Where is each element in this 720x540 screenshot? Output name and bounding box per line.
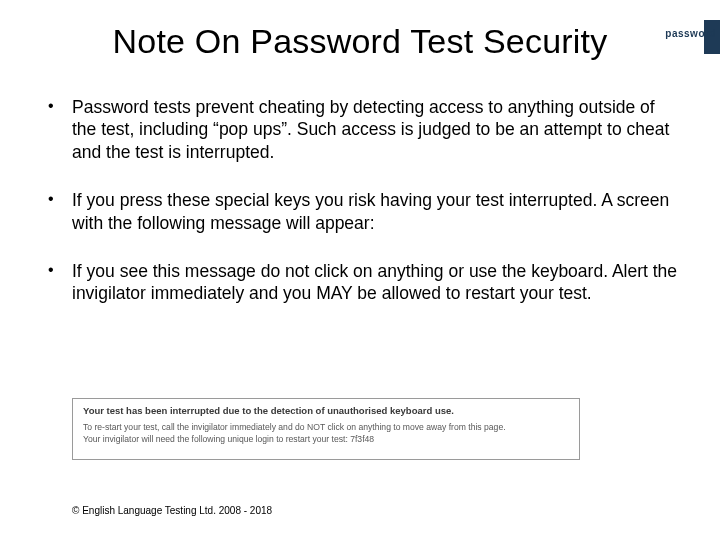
page-title: Note On Password Test Security	[0, 22, 720, 61]
message-line: Your invigilator will need the following…	[83, 434, 569, 446]
message-line: To re-start your test, call the invigila…	[83, 422, 569, 434]
slide: password Note On Password Test Security …	[0, 0, 720, 540]
bullet-list: Password tests prevent cheating by detec…	[42, 96, 682, 331]
interruption-message-box: Your test has been interrupted due to th…	[72, 398, 580, 460]
copyright-text: © English Language Testing Ltd. 2008 - 2…	[72, 505, 272, 516]
bullet-item: If you see this message do not click on …	[42, 260, 682, 305]
bullet-item: Password tests prevent cheating by detec…	[42, 96, 682, 163]
message-headline: Your test has been interrupted due to th…	[83, 405, 569, 416]
bullet-item: If you press these special keys you risk…	[42, 189, 682, 234]
